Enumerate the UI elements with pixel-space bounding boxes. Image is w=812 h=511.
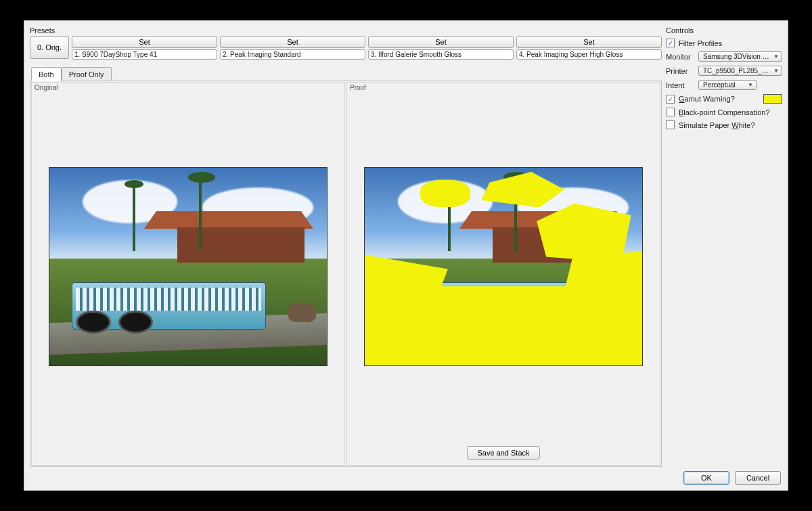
monitor-value: Samsung 3DVision (Spyder)	[703, 53, 771, 60]
presets-row: 0. Orig. Set 1. S900 7DayShop Type 41 Se…	[30, 36, 662, 60]
simulate-white-checkbox[interactable]	[666, 120, 675, 129]
simulate-white-label: Simulate Paper White?	[679, 121, 755, 129]
proof-image	[364, 167, 643, 366]
tab-both[interactable]: Both	[31, 67, 62, 81]
presets-group: Presets 0. Orig. Set 1. S900 7DayShop Ty…	[30, 26, 662, 60]
intent-dropdown[interactable]: Perceptual ▼	[698, 80, 757, 90]
presets-label: Presets	[30, 26, 662, 35]
proof-canvas-wrap	[347, 93, 660, 441]
intent-label: Intent	[666, 81, 694, 89]
preset-orig-col: 0. Orig.	[30, 36, 69, 60]
monitor-dropdown[interactable]: Samsung 3DVision (Spyder) ▼	[698, 51, 782, 62]
bpc-label: Black-point Compensation?	[679, 108, 770, 116]
proof-panel: Proof	[346, 82, 660, 466]
printer-label: Printer	[666, 67, 694, 75]
bpc-checkbox[interactable]	[666, 108, 675, 116]
original-image	[49, 167, 328, 366]
compare-panel: Original	[30, 81, 662, 467]
preset-set-button-2[interactable]: Set	[220, 36, 365, 48]
monitor-label: Monitor	[666, 53, 694, 61]
intent-row: Intent Perceptual ▼	[666, 80, 782, 90]
ok-button[interactable]: OK	[683, 471, 729, 485]
soft-proof-dialog: Presets 0. Orig. Set 1. S900 7DayShop Ty…	[24, 20, 788, 491]
dialog-content: Presets 0. Orig. Set 1. S900 7DayShop Ty…	[24, 21, 788, 467]
controls-pane: Controls ✓ Filter Profiles Monitor Samsu…	[666, 26, 782, 467]
preset-name-4: 4. Peak Imaging Super High Gloss	[516, 49, 662, 60]
preset-name-1: 1. S900 7DayShop Type 41	[72, 49, 217, 60]
controls-label: Controls	[666, 26, 782, 35]
preset-slot-2: Set 2. Peak Imaging Standard	[220, 36, 365, 60]
simulate-white-row: Simulate Paper White?	[666, 120, 782, 129]
preset-name-2: 2. Peak Imaging Standard	[220, 49, 365, 60]
preset-orig-button[interactable]: 0. Orig.	[30, 36, 69, 59]
preset-set-button-4[interactable]: Set	[516, 36, 662, 48]
gamut-warning-checkbox[interactable]: ✓	[666, 95, 675, 104]
preset-name-3: 3. Ilford Galerie Smooth Gloss	[368, 49, 514, 60]
chevron-down-icon: ▼	[773, 68, 779, 74]
filter-profiles-label: Filter Profiles	[679, 39, 722, 47]
preset-set-button-1[interactable]: Set	[72, 36, 217, 48]
monitor-row: Monitor Samsung 3DVision (Spyder) ▼	[666, 51, 782, 62]
dialog-buttons: OK Cancel	[24, 467, 788, 490]
printer-row: Printer TC_p9500_PL285_2880_2 ▼	[666, 66, 782, 76]
original-canvas-wrap	[32, 93, 344, 465]
tab-proof-only[interactable]: Proof Only	[62, 67, 112, 81]
bpc-row: Black-point Compensation?	[666, 108, 782, 116]
preset-slot-3: Set 3. Ilford Galerie Smooth Gloss	[368, 36, 514, 60]
preset-slot-1: Set 1. S900 7DayShop Type 41	[72, 36, 217, 60]
gamut-warning-row: ✓ Gamut Warning?	[666, 94, 782, 104]
intent-value: Perceptual	[703, 81, 736, 89]
gamut-warning-label: Gamut Warning?	[679, 95, 735, 103]
filter-profiles-row: ✓ Filter Profiles	[666, 39, 782, 47]
view-tabs: Both Proof Only	[31, 66, 662, 81]
chevron-down-icon: ▼	[748, 82, 753, 88]
original-panel: Original	[31, 82, 345, 466]
original-label: Original	[32, 83, 344, 93]
proof-label: Proof	[347, 83, 660, 93]
gamut-warning-swatch[interactable]	[763, 94, 782, 104]
preset-slot-4: Set 4. Peak Imaging Super High Gloss	[516, 36, 662, 60]
chevron-down-icon: ▼	[773, 53, 779, 60]
printer-dropdown[interactable]: TC_p9500_PL285_2880_2 ▼	[698, 66, 782, 76]
preset-set-button-3[interactable]: Set	[368, 36, 514, 48]
printer-value: TC_p9500_PL285_2880_2	[703, 67, 771, 74]
cancel-button[interactable]: Cancel	[735, 471, 781, 485]
left-pane: Presets 0. Orig. Set 1. S900 7DayShop Ty…	[30, 26, 662, 467]
filter-profiles-checkbox[interactable]: ✓	[666, 39, 675, 47]
save-and-stack-button[interactable]: Save and Stack	[467, 446, 539, 460]
